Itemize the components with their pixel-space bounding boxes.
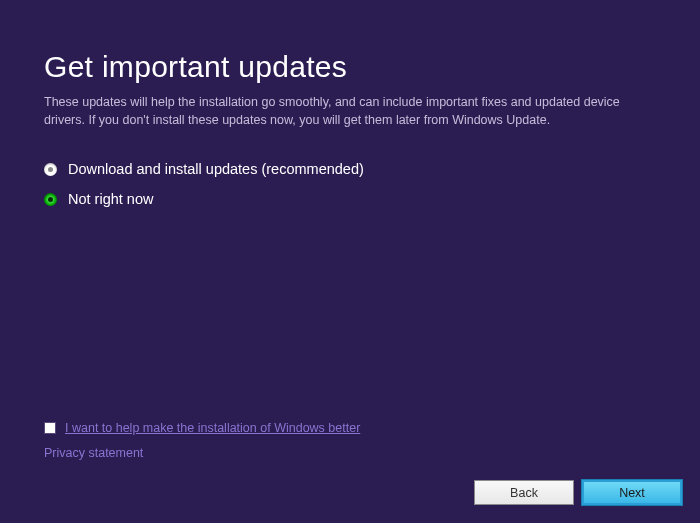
- privacy-statement-link[interactable]: Privacy statement: [44, 446, 143, 460]
- page-description: These updates will help the installation…: [44, 94, 644, 129]
- checkbox-icon[interactable]: [44, 422, 56, 434]
- back-button[interactable]: Back: [474, 480, 574, 505]
- footer-links: I want to help make the installation of …: [44, 421, 360, 461]
- radio-option-later[interactable]: Not right now: [44, 191, 656, 207]
- help-checkbox-row[interactable]: I want to help make the installation of …: [44, 421, 360, 435]
- radio-option-download[interactable]: Download and install updates (recommende…: [44, 161, 656, 177]
- setup-page: Get important updates These updates will…: [0, 0, 700, 207]
- radio-label-later: Not right now: [68, 191, 153, 207]
- navigation-buttons: Back Next: [474, 480, 682, 505]
- radio-label-download: Download and install updates (recommende…: [68, 161, 364, 177]
- help-improve-link[interactable]: I want to help make the installation of …: [65, 421, 360, 435]
- radio-icon: [44, 163, 57, 176]
- next-button[interactable]: Next: [582, 480, 682, 505]
- update-options-group: Download and install updates (recommende…: [44, 161, 656, 207]
- radio-icon: [44, 193, 57, 206]
- page-title: Get important updates: [44, 50, 656, 84]
